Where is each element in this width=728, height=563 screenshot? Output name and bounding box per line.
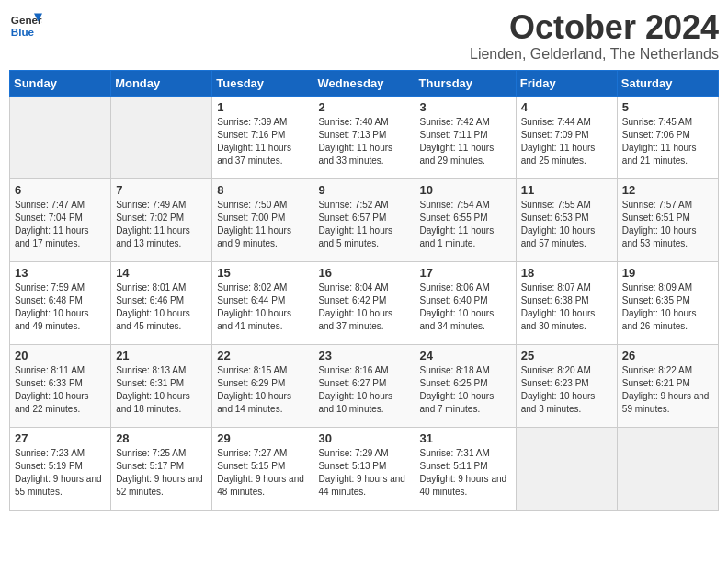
day-info: Sunrise: 7:27 AMSunset: 5:15 PMDaylight:… <box>217 447 308 499</box>
day-of-week-header: Friday <box>516 70 617 96</box>
day-info: Sunrise: 7:40 AMSunset: 7:13 PMDaylight:… <box>318 116 409 167</box>
calendar-cell: 25Sunrise: 8:20 AMSunset: 6:23 PMDayligh… <box>516 344 617 427</box>
calendar-cell: 23Sunrise: 8:16 AMSunset: 6:27 PMDayligh… <box>313 344 415 427</box>
day-of-week-header: Saturday <box>617 70 718 96</box>
calendar-cell <box>10 96 111 178</box>
day-number: 3 <box>420 100 511 114</box>
calendar-table: SundayMondayTuesdayWednesdayThursdayFrid… <box>9 70 719 511</box>
day-info: Sunrise: 8:06 AMSunset: 6:40 PMDaylight:… <box>420 282 511 333</box>
calendar-cell: 19Sunrise: 8:09 AMSunset: 6:35 PMDayligh… <box>617 261 718 344</box>
day-number: 19 <box>622 266 713 280</box>
calendar-cell: 6Sunrise: 7:47 AMSunset: 7:04 PMDaylight… <box>10 178 111 261</box>
day-info: Sunrise: 7:55 AMSunset: 6:53 PMDaylight:… <box>521 199 612 250</box>
day-of-week-header: Tuesday <box>212 70 313 96</box>
calendar-cell: 12Sunrise: 7:57 AMSunset: 6:51 PMDayligh… <box>617 178 718 261</box>
calendar-cell: 17Sunrise: 8:06 AMSunset: 6:40 PMDayligh… <box>415 261 516 344</box>
day-number: 29 <box>217 431 308 445</box>
day-number: 24 <box>420 349 511 362</box>
location-title: Lienden, Gelderland, The Netherlands <box>470 46 719 63</box>
calendar-week-row: 13Sunrise: 7:59 AMSunset: 6:48 PMDayligh… <box>10 261 719 344</box>
calendar-cell: 4Sunrise: 7:44 AMSunset: 7:09 PMDaylight… <box>516 96 617 178</box>
title-section: October 2024 Lienden, Gelderland, The Ne… <box>470 9 719 63</box>
day-info: Sunrise: 8:11 AMSunset: 6:33 PMDaylight:… <box>15 364 106 416</box>
day-of-week-header: Thursday <box>415 70 516 96</box>
logo: General Blue <box>9 9 42 42</box>
day-info: Sunrise: 8:22 AMSunset: 6:21 PMDaylight:… <box>622 364 713 416</box>
day-number: 23 <box>318 349 409 362</box>
day-info: Sunrise: 7:47 AMSunset: 7:04 PMDaylight:… <box>15 199 106 250</box>
day-number: 16 <box>318 266 409 280</box>
day-number: 7 <box>116 183 207 197</box>
calendar-cell <box>111 96 212 178</box>
day-number: 10 <box>420 183 511 197</box>
day-number: 9 <box>318 183 409 197</box>
calendar-cell: 21Sunrise: 8:13 AMSunset: 6:31 PMDayligh… <box>111 344 212 427</box>
day-info: Sunrise: 8:01 AMSunset: 6:46 PMDaylight:… <box>116 282 207 333</box>
day-info: Sunrise: 7:45 AMSunset: 7:06 PMDaylight:… <box>622 116 713 167</box>
day-number: 20 <box>15 349 106 362</box>
calendar-cell: 2Sunrise: 7:40 AMSunset: 7:13 PMDaylight… <box>313 96 415 178</box>
day-info: Sunrise: 7:54 AMSunset: 6:55 PMDaylight:… <box>420 199 511 250</box>
day-number: 2 <box>318 100 409 114</box>
day-number: 13 <box>15 266 106 280</box>
calendar-week-row: 27Sunrise: 7:23 AMSunset: 5:19 PMDayligh… <box>10 427 719 510</box>
day-info: Sunrise: 8:09 AMSunset: 6:35 PMDaylight:… <box>622 282 713 333</box>
day-number: 12 <box>622 183 713 197</box>
logo-icon: General Blue <box>9 9 42 42</box>
calendar-cell: 18Sunrise: 8:07 AMSunset: 6:38 PMDayligh… <box>516 261 617 344</box>
calendar-cell: 29Sunrise: 7:27 AMSunset: 5:15 PMDayligh… <box>212 427 313 510</box>
day-of-week-header: Wednesday <box>313 70 415 96</box>
calendar-cell: 7Sunrise: 7:49 AMSunset: 7:02 PMDaylight… <box>111 178 212 261</box>
page-header: General Blue October 2024 Lienden, Gelde… <box>9 9 719 63</box>
calendar-cell: 3Sunrise: 7:42 AMSunset: 7:11 PMDaylight… <box>415 96 516 178</box>
calendar-cell: 1Sunrise: 7:39 AMSunset: 7:16 PMDaylight… <box>212 96 313 178</box>
day-number: 8 <box>217 183 308 197</box>
day-number: 14 <box>116 266 207 280</box>
day-info: Sunrise: 7:23 AMSunset: 5:19 PMDaylight:… <box>15 447 106 499</box>
day-info: Sunrise: 8:20 AMSunset: 6:23 PMDaylight:… <box>521 364 612 416</box>
calendar-cell: 14Sunrise: 8:01 AMSunset: 6:46 PMDayligh… <box>111 261 212 344</box>
calendar-header-row: SundayMondayTuesdayWednesdayThursdayFrid… <box>10 70 719 96</box>
day-info: Sunrise: 7:52 AMSunset: 6:57 PMDaylight:… <box>318 199 409 250</box>
day-info: Sunrise: 8:02 AMSunset: 6:44 PMDaylight:… <box>217 282 308 333</box>
calendar-cell: 5Sunrise: 7:45 AMSunset: 7:06 PMDaylight… <box>617 96 718 178</box>
calendar-cell: 22Sunrise: 8:15 AMSunset: 6:29 PMDayligh… <box>212 344 313 427</box>
day-info: Sunrise: 7:57 AMSunset: 6:51 PMDaylight:… <box>622 199 713 250</box>
day-number: 17 <box>420 266 511 280</box>
calendar-cell: 31Sunrise: 7:31 AMSunset: 5:11 PMDayligh… <box>415 427 516 510</box>
day-info: Sunrise: 7:42 AMSunset: 7:11 PMDaylight:… <box>420 116 511 167</box>
day-of-week-header: Sunday <box>10 70 111 96</box>
day-info: Sunrise: 8:13 AMSunset: 6:31 PMDaylight:… <box>116 364 207 416</box>
calendar-cell <box>617 427 718 510</box>
calendar-cell: 24Sunrise: 8:18 AMSunset: 6:25 PMDayligh… <box>415 344 516 427</box>
day-number: 26 <box>622 349 713 362</box>
day-info: Sunrise: 8:04 AMSunset: 6:42 PMDaylight:… <box>318 282 409 333</box>
day-info: Sunrise: 8:18 AMSunset: 6:25 PMDaylight:… <box>420 364 511 416</box>
day-info: Sunrise: 7:59 AMSunset: 6:48 PMDaylight:… <box>15 282 106 333</box>
day-number: 25 <box>521 349 612 362</box>
day-number: 31 <box>420 431 511 445</box>
day-number: 28 <box>116 431 207 445</box>
day-number: 5 <box>622 100 713 114</box>
svg-text:Blue: Blue <box>11 26 35 38</box>
day-info: Sunrise: 7:49 AMSunset: 7:02 PMDaylight:… <box>116 199 207 250</box>
day-info: Sunrise: 7:50 AMSunset: 7:00 PMDaylight:… <box>217 199 308 250</box>
day-info: Sunrise: 7:25 AMSunset: 5:17 PMDaylight:… <box>116 447 207 499</box>
day-number: 18 <box>521 266 612 280</box>
day-number: 6 <box>15 183 106 197</box>
day-info: Sunrise: 8:16 AMSunset: 6:27 PMDaylight:… <box>318 364 409 416</box>
day-info: Sunrise: 7:29 AMSunset: 5:13 PMDaylight:… <box>318 447 409 499</box>
calendar-cell: 13Sunrise: 7:59 AMSunset: 6:48 PMDayligh… <box>10 261 111 344</box>
day-info: Sunrise: 8:07 AMSunset: 6:38 PMDaylight:… <box>521 282 612 333</box>
calendar-cell: 28Sunrise: 7:25 AMSunset: 5:17 PMDayligh… <box>111 427 212 510</box>
calendar-cell: 11Sunrise: 7:55 AMSunset: 6:53 PMDayligh… <box>516 178 617 261</box>
calendar-cell: 9Sunrise: 7:52 AMSunset: 6:57 PMDaylight… <box>313 178 415 261</box>
day-number: 4 <box>521 100 612 114</box>
day-number: 22 <box>217 349 308 362</box>
day-number: 27 <box>15 431 106 445</box>
day-of-week-header: Monday <box>111 70 212 96</box>
day-info: Sunrise: 8:15 AMSunset: 6:29 PMDaylight:… <box>217 364 308 416</box>
calendar-cell: 8Sunrise: 7:50 AMSunset: 7:00 PMDaylight… <box>212 178 313 261</box>
calendar-cell <box>516 427 617 510</box>
calendar-cell: 30Sunrise: 7:29 AMSunset: 5:13 PMDayligh… <box>313 427 415 510</box>
